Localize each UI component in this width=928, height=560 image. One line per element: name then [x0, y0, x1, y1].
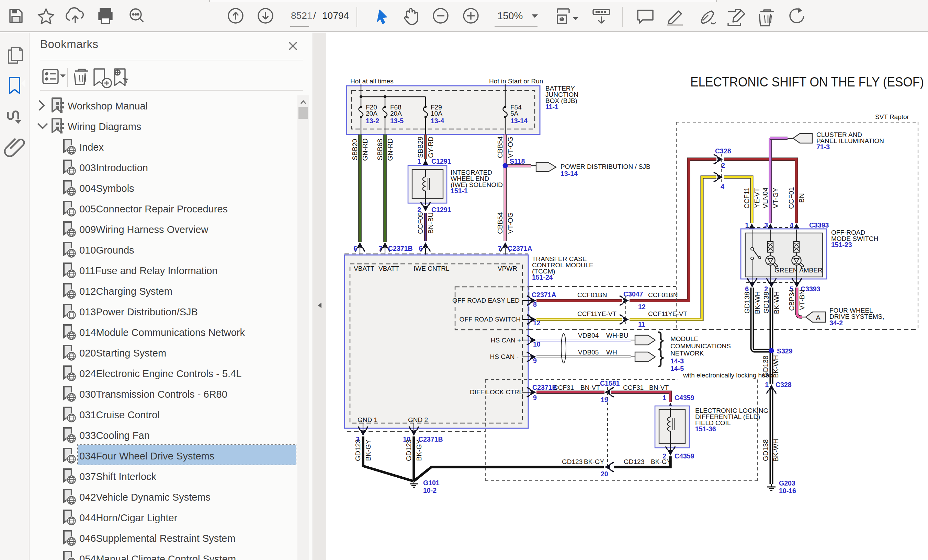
svg-text:20: 20	[601, 470, 608, 478]
svg-text:C2371A: C2371A	[532, 291, 556, 298]
svg-text:BK-GY: BK-GY	[584, 458, 604, 465]
svg-text:CCF11: CCF11	[743, 187, 751, 208]
svg-text:13-5: 13-5	[390, 117, 404, 125]
svg-text:CCF05: CCF05	[417, 212, 424, 234]
svg-text:1: 1	[765, 381, 769, 388]
svg-text:YE-VT: YE-VT	[597, 310, 617, 317]
svg-text:GN-RD: GN-RD	[361, 138, 369, 161]
svg-text:151-36: 151-36	[695, 425, 716, 433]
svg-text:YE-VT: YE-VT	[668, 310, 687, 317]
svg-text:GD123: GD123	[354, 439, 362, 461]
svg-text:20A: 20A	[366, 110, 377, 117]
svg-text:BK-GY: BK-GY	[365, 440, 372, 461]
svg-text:13-14: 13-14	[560, 170, 578, 177]
svg-text:13-14: 13-14	[510, 117, 528, 125]
svg-text:9: 9	[533, 357, 537, 364]
svg-text:1: 1	[662, 394, 666, 402]
svg-text:VBATT: VBATT	[354, 265, 374, 272]
svg-text:SBB68: SBB68	[376, 139, 384, 160]
svg-text:with electronically locking hu: with electronically locking hubs	[683, 371, 772, 379]
svg-text:C3047: C3047	[623, 290, 643, 298]
svg-text:044Horn/Cigar Lighter: 044Horn/Cigar Lighter	[79, 512, 177, 523]
svg-text:19: 19	[601, 396, 608, 403]
svg-text:C1291: C1291	[431, 157, 451, 165]
svg-text:151-24: 151-24	[532, 274, 553, 281]
svg-text:DIFF LOCK CTRL: DIFF LOCK CTRL	[470, 388, 523, 396]
svg-text:14-3: 14-3	[670, 357, 684, 365]
svg-text:030Transmission Controls - 6R8: 030Transmission Controls - 6R80	[79, 389, 227, 400]
svg-text:BN-VT: BN-VT	[649, 384, 669, 391]
svg-text:VT-GY: VT-GY	[772, 188, 779, 208]
svg-text:CCF01: CCF01	[577, 291, 598, 298]
svg-text:1: 1	[417, 157, 421, 165]
svg-text:BK-WH: BK-WH	[754, 291, 761, 314]
svg-text:5A: 5A	[510, 110, 519, 117]
svg-text:C4359: C4359	[675, 394, 694, 402]
svg-text:BN: BN	[598, 291, 607, 298]
svg-text:14-5: 14-5	[670, 365, 684, 372]
svg-text:VT-OG: VT-OG	[507, 137, 514, 158]
svg-text:013Power Distribution/SJB: 013Power Distribution/SJB	[79, 306, 198, 317]
svg-text:CCF01: CCF01	[788, 187, 795, 208]
svg-text:GD138: GD138	[743, 292, 751, 313]
svg-text:SBB20: SBB20	[351, 139, 359, 160]
svg-text:11: 11	[638, 321, 645, 328]
svg-text:Wiring Diagrams: Wiring Diagrams	[68, 121, 141, 132]
svg-text:34-2: 34-2	[829, 319, 843, 327]
svg-text:POWER DISTRIBUTION / SJB: POWER DISTRIBUTION / SJB	[560, 163, 650, 170]
svg-text:037Shift Interlock: 037Shift Interlock	[79, 471, 157, 482]
svg-text:004Symbols: 004Symbols	[79, 183, 134, 194]
svg-text:HS CAN +: HS CAN +	[491, 336, 521, 344]
svg-text:010Grounds: 010Grounds	[79, 245, 134, 256]
svg-text:VDB05: VDB05	[578, 348, 598, 356]
svg-text:C3393: C3393	[809, 221, 829, 229]
svg-text:COMMUNICATIONS: COMMUNICATIONS	[670, 342, 731, 350]
svg-text:CBP34: CBP34	[788, 289, 795, 310]
svg-text:Index: Index	[79, 142, 104, 153]
svg-text:003Introduction: 003Introduction	[79, 162, 148, 173]
svg-text:10-16: 10-16	[779, 487, 796, 495]
svg-text:20A: 20A	[390, 110, 402, 117]
svg-text:BK-GY: BK-GY	[651, 458, 671, 465]
svg-text:OFF ROAD EASY LED: OFF ROAD EASY LED	[452, 297, 520, 304]
svg-text:Workshop Manual: Workshop Manual	[68, 100, 148, 111]
svg-text:S329: S329	[777, 347, 793, 355]
svg-text:G101: G101	[423, 479, 440, 487]
svg-text:GND 2: GND 2	[408, 416, 428, 423]
svg-text:CCF11: CCF11	[648, 310, 669, 317]
svg-text:BK-WH: BK-WH	[772, 355, 780, 378]
svg-text:012Charging System: 012Charging System	[79, 286, 172, 297]
svg-text:WH: WH	[606, 348, 617, 356]
svg-text:1: 1	[745, 221, 749, 229]
svg-text:C4359: C4359	[675, 452, 694, 460]
svg-text:6: 6	[419, 245, 423, 252]
svg-text:031Cruise Control: 031Cruise Control	[79, 409, 160, 420]
svg-text:C1291: C1291	[431, 206, 451, 213]
svg-text:GD138: GD138	[762, 292, 770, 313]
svg-text:OFF ROAD SWITCH: OFF ROAD SWITCH	[459, 316, 520, 323]
svg-text:GND 1: GND 1	[357, 416, 377, 423]
svg-text:011Fuse and Relay Information: 011Fuse and Relay Information	[79, 265, 217, 276]
svg-text:020Starting System: 020Starting System	[79, 348, 166, 359]
svg-text:4: 4	[720, 183, 724, 190]
svg-text:C2371A: C2371A	[508, 245, 532, 252]
svg-text:7: 7	[379, 245, 382, 252]
svg-text:3: 3	[764, 221, 768, 229]
svg-text:151-1: 151-1	[450, 187, 468, 195]
svg-text:034Four Wheel Drive Systems: 034Four Wheel Drive Systems	[79, 450, 214, 461]
svg-text:CBB54: CBB54	[496, 212, 504, 234]
svg-text:AMBER: AMBER	[799, 266, 823, 274]
svg-text:014Module Communications Netwo: 014Module Communications Network	[79, 327, 245, 338]
svg-text:GD123: GD123	[562, 458, 583, 465]
svg-text:Hot at all times: Hot at all times	[350, 78, 394, 85]
svg-text:12: 12	[638, 303, 646, 310]
svg-text:151-23: 151-23	[831, 241, 852, 248]
svg-text:13-4: 13-4	[431, 117, 444, 125]
svg-text:VPWR: VPWR	[498, 265, 517, 272]
svg-text:SVT Raptor: SVT Raptor	[875, 113, 910, 120]
svg-text:2: 2	[721, 161, 725, 169]
svg-text:009Wiring Harness Overview: 009Wiring Harness Overview	[79, 224, 209, 235]
svg-text:BK-WH: BK-WH	[772, 439, 780, 462]
svg-text:8: 8	[533, 301, 537, 308]
svg-text:7: 7	[498, 245, 501, 252]
